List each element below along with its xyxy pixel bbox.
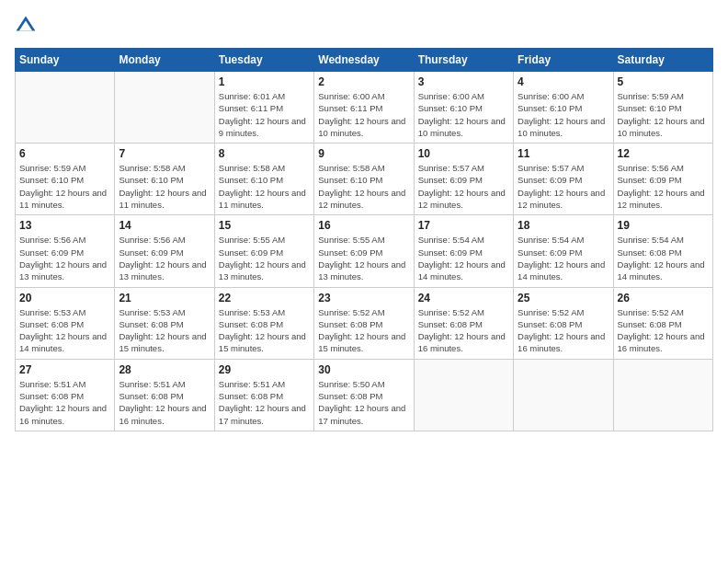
- day-info: Sunrise: 5:51 AM Sunset: 6:08 PM Dayligh…: [119, 378, 210, 427]
- day-info: Sunrise: 5:58 AM Sunset: 6:10 PM Dayligh…: [219, 162, 310, 211]
- day-info: Sunrise: 5:54 AM Sunset: 6:09 PM Dayligh…: [518, 234, 609, 282]
- day-info: Sunrise: 5:52 AM Sunset: 6:08 PM Dayligh…: [618, 306, 709, 355]
- calendar-cell: 21Sunrise: 5:53 AM Sunset: 6:08 PM Dayli…: [115, 287, 214, 359]
- day-header-monday: Monday: [115, 49, 214, 72]
- calendar-cell: 6Sunrise: 5:59 AM Sunset: 6:10 PM Daylig…: [16, 144, 115, 215]
- day-info: Sunrise: 6:00 AM Sunset: 6:11 PM Dayligh…: [318, 90, 409, 139]
- day-number: 20: [19, 292, 110, 304]
- day-info: Sunrise: 6:00 AM Sunset: 6:10 PM Dayligh…: [518, 90, 609, 139]
- day-info: Sunrise: 5:55 AM Sunset: 6:09 PM Dayligh…: [318, 234, 409, 282]
- day-info: Sunrise: 5:59 AM Sunset: 6:10 PM Dayligh…: [618, 90, 709, 139]
- day-number: 2: [318, 75, 409, 88]
- day-number: 23: [318, 292, 409, 304]
- day-number: 4: [518, 75, 609, 88]
- calendar-cell: 25Sunrise: 5:52 AM Sunset: 6:08 PM Dayli…: [514, 287, 613, 359]
- day-info: Sunrise: 5:56 AM Sunset: 6:09 PM Dayligh…: [19, 234, 110, 282]
- day-info: Sunrise: 6:00 AM Sunset: 6:10 PM Dayligh…: [418, 90, 509, 139]
- calendar-cell: 9Sunrise: 5:58 AM Sunset: 6:10 PM Daylig…: [314, 144, 414, 215]
- day-info: Sunrise: 5:58 AM Sunset: 6:10 PM Dayligh…: [318, 162, 409, 211]
- calendar-cell: 23Sunrise: 5:52 AM Sunset: 6:08 PM Dayli…: [314, 287, 414, 359]
- day-number: 8: [219, 147, 310, 160]
- logo-icon: [15, 15, 37, 37]
- calendar-cell: 4Sunrise: 6:00 AM Sunset: 6:10 PM Daylig…: [514, 72, 613, 144]
- day-number: 26: [618, 292, 709, 304]
- logo: [15, 15, 40, 37]
- week-row-1: 6Sunrise: 5:59 AM Sunset: 6:10 PM Daylig…: [16, 144, 713, 215]
- calendar-cell: [613, 359, 712, 431]
- day-number: 1: [219, 75, 310, 88]
- calendar-cell: [16, 72, 115, 144]
- day-info: Sunrise: 5:56 AM Sunset: 6:09 PM Dayligh…: [119, 234, 210, 282]
- day-number: 24: [418, 292, 509, 304]
- day-info: Sunrise: 5:52 AM Sunset: 6:08 PM Dayligh…: [318, 306, 409, 355]
- calendar-cell: 14Sunrise: 5:56 AM Sunset: 6:09 PM Dayli…: [115, 215, 214, 287]
- day-info: Sunrise: 5:54 AM Sunset: 6:08 PM Dayligh…: [618, 234, 709, 282]
- day-info: Sunrise: 5:59 AM Sunset: 6:10 PM Dayligh…: [19, 162, 110, 211]
- day-number: 10: [418, 147, 509, 160]
- calendar-cell: 8Sunrise: 5:58 AM Sunset: 6:10 PM Daylig…: [214, 144, 313, 215]
- day-number: 27: [19, 363, 110, 376]
- calendar-cell: 28Sunrise: 5:51 AM Sunset: 6:08 PM Dayli…: [115, 359, 214, 431]
- day-info: Sunrise: 5:52 AM Sunset: 6:08 PM Dayligh…: [518, 306, 609, 355]
- day-info: Sunrise: 5:56 AM Sunset: 6:09 PM Dayligh…: [618, 162, 709, 211]
- week-row-4: 27Sunrise: 5:51 AM Sunset: 6:08 PM Dayli…: [16, 359, 713, 431]
- day-info: Sunrise: 5:50 AM Sunset: 6:08 PM Dayligh…: [318, 378, 409, 427]
- calendar-cell: 24Sunrise: 5:52 AM Sunset: 6:08 PM Dayli…: [414, 287, 513, 359]
- day-number: 6: [19, 147, 110, 160]
- day-number: 5: [618, 75, 709, 88]
- day-info: Sunrise: 5:53 AM Sunset: 6:08 PM Dayligh…: [119, 306, 210, 355]
- day-info: Sunrise: 5:58 AM Sunset: 6:10 PM Dayligh…: [119, 162, 210, 211]
- day-header-wednesday: Wednesday: [314, 49, 414, 72]
- day-number: 7: [119, 147, 210, 160]
- day-info: Sunrise: 5:52 AM Sunset: 6:08 PM Dayligh…: [418, 306, 509, 355]
- day-number: 16: [318, 219, 409, 232]
- calendar-cell: [414, 359, 513, 431]
- calendar-cell: [115, 72, 214, 144]
- calendar-cell: 12Sunrise: 5:56 AM Sunset: 6:09 PM Dayli…: [613, 144, 712, 215]
- day-number: 11: [518, 147, 609, 160]
- calendar-cell: 15Sunrise: 5:55 AM Sunset: 6:09 PM Dayli…: [214, 215, 313, 287]
- calendar-cell: 17Sunrise: 5:54 AM Sunset: 6:09 PM Dayli…: [414, 215, 513, 287]
- day-header-sunday: Sunday: [16, 49, 115, 72]
- day-info: Sunrise: 5:53 AM Sunset: 6:08 PM Dayligh…: [19, 306, 110, 355]
- page-header: [15, 15, 713, 37]
- calendar-cell: 22Sunrise: 5:53 AM Sunset: 6:08 PM Dayli…: [214, 287, 313, 359]
- day-number: 25: [518, 292, 609, 304]
- calendar-cell: 18Sunrise: 5:54 AM Sunset: 6:09 PM Dayli…: [514, 215, 613, 287]
- calendar-cell: 30Sunrise: 5:50 AM Sunset: 6:08 PM Dayli…: [314, 359, 414, 431]
- calendar-cell: 2Sunrise: 6:00 AM Sunset: 6:11 PM Daylig…: [314, 72, 414, 144]
- day-number: 19: [618, 219, 709, 232]
- day-header-friday: Friday: [514, 49, 613, 72]
- calendar-cell: 1Sunrise: 6:01 AM Sunset: 6:11 PM Daylig…: [214, 72, 313, 144]
- day-number: 14: [119, 219, 210, 232]
- calendar-cell: 13Sunrise: 5:56 AM Sunset: 6:09 PM Dayli…: [16, 215, 115, 287]
- calendar-cell: 27Sunrise: 5:51 AM Sunset: 6:08 PM Dayli…: [16, 359, 115, 431]
- day-number: 30: [318, 363, 409, 376]
- day-number: 13: [19, 219, 110, 232]
- calendar-table: SundayMondayTuesdayWednesdayThursdayFrid…: [15, 48, 713, 431]
- day-number: 17: [418, 219, 509, 232]
- day-number: 12: [618, 147, 709, 160]
- calendar-cell: 7Sunrise: 5:58 AM Sunset: 6:10 PM Daylig…: [115, 144, 214, 215]
- day-info: Sunrise: 5:51 AM Sunset: 6:08 PM Dayligh…: [19, 378, 110, 427]
- day-info: Sunrise: 5:54 AM Sunset: 6:09 PM Dayligh…: [418, 234, 509, 282]
- day-info: Sunrise: 6:01 AM Sunset: 6:11 PM Dayligh…: [219, 90, 310, 139]
- day-number: 18: [518, 219, 609, 232]
- day-number: 15: [219, 219, 310, 232]
- calendar-cell: 5Sunrise: 5:59 AM Sunset: 6:10 PM Daylig…: [613, 72, 712, 144]
- calendar-cell: 11Sunrise: 5:57 AM Sunset: 6:09 PM Dayli…: [514, 144, 613, 215]
- calendar-cell: 26Sunrise: 5:52 AM Sunset: 6:08 PM Dayli…: [613, 287, 712, 359]
- day-number: 21: [119, 292, 210, 304]
- calendar-cell: 16Sunrise: 5:55 AM Sunset: 6:09 PM Dayli…: [314, 215, 414, 287]
- calendar-cell: 29Sunrise: 5:51 AM Sunset: 6:08 PM Dayli…: [214, 359, 313, 431]
- day-number: 28: [119, 363, 210, 376]
- day-header-tuesday: Tuesday: [214, 49, 313, 72]
- week-row-2: 13Sunrise: 5:56 AM Sunset: 6:09 PM Dayli…: [16, 215, 713, 287]
- calendar-cell: 19Sunrise: 5:54 AM Sunset: 6:08 PM Dayli…: [613, 215, 712, 287]
- day-info: Sunrise: 5:53 AM Sunset: 6:08 PM Dayligh…: [219, 306, 310, 355]
- week-row-3: 20Sunrise: 5:53 AM Sunset: 6:08 PM Dayli…: [16, 287, 713, 359]
- day-header-saturday: Saturday: [613, 49, 712, 72]
- day-header-thursday: Thursday: [414, 49, 513, 72]
- calendar-cell: 10Sunrise: 5:57 AM Sunset: 6:09 PM Dayli…: [414, 144, 513, 215]
- day-info: Sunrise: 5:57 AM Sunset: 6:09 PM Dayligh…: [418, 162, 509, 211]
